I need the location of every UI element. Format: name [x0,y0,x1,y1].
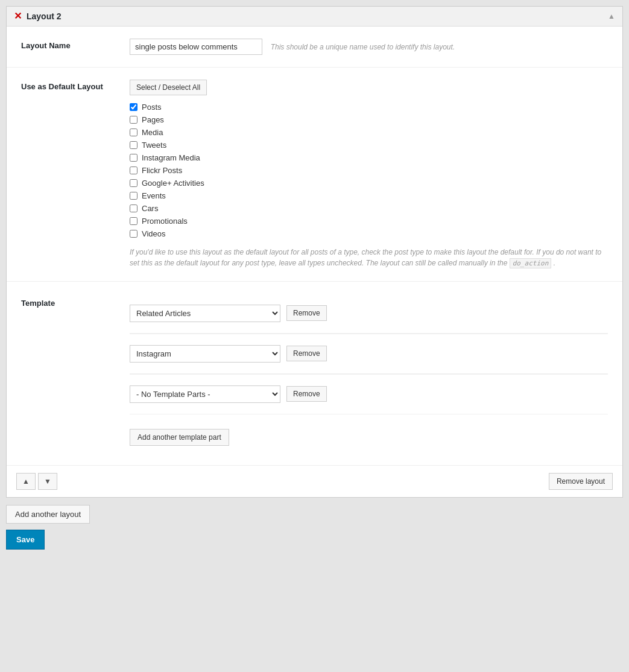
checkbox-videos-input[interactable] [130,230,137,238]
checkbox-promotionals-label: Promotionals [142,217,188,226]
layout-title-group: ✕ Layout 2 [14,11,62,21]
save-area: Save [6,530,623,550]
remove-layout-button[interactable]: Remove layout [549,473,613,490]
checkbox-tweets[interactable]: Tweets [130,141,608,150]
layout-header: ✕ Layout 2 ▲ [7,7,622,27]
template-select-3[interactable]: Related Articles Instagram - No Template… [130,385,280,403]
checkbox-posts-input[interactable] [130,103,137,111]
checkbox-flickr-posts-input[interactable] [130,166,137,174]
collapse-arrow-icon[interactable]: ▲ [608,12,615,21]
layout-panel: ✕ Layout 2 ▲ Layout Name This should be … [6,6,623,498]
arrow-up-icon: ▲ [22,477,30,486]
add-another-layout-button[interactable]: Add another layout [6,505,90,524]
checkbox-tweets-label: Tweets [142,141,166,150]
checkbox-flickr-posts-label: Flickr Posts [142,166,182,175]
template-label: Template [21,294,118,308]
template-select-2[interactable]: Related Articles Instagram - No Template… [130,345,280,363]
add-template-area: Add another template part [130,414,608,465]
footer-area: Add another layout Save [6,505,623,550]
checkbox-cars[interactable]: Cars [130,204,608,213]
layout-name-hint: This should be a unique name used to ide… [271,43,455,51]
remove-template-1-button[interactable]: Remove [286,305,327,321]
checkbox-pages-input[interactable] [130,116,137,124]
checkbox-media-input[interactable] [130,128,137,136]
page-wrapper: ✕ Layout 2 ▲ Layout Name This should be … [6,6,623,550]
checkbox-videos[interactable]: Videos [130,229,608,238]
hint-text-part2: . [554,259,555,267]
checkbox-pages-label: Pages [142,115,164,124]
checkbox-pages[interactable]: Pages [130,115,608,124]
default-layout-label: Use as Default Layout [21,80,118,91]
checkbox-posts-label: Posts [142,103,162,112]
checkbox-instagram-media-label: Instagram Media [142,153,200,162]
template-content: Related Articles Instagram - No Template… [130,294,608,465]
default-layout-section: Use as Default Layout Select / Deselect … [7,68,622,282]
checkbox-google-activities-input[interactable] [130,179,137,187]
default-layout-hint: If you'd like to use this layout as the … [130,247,608,269]
add-layout-area: Add another layout [6,505,623,524]
layout-name-label: Layout Name [21,39,118,50]
template-select-1[interactable]: Related Articles Instagram - No Template… [130,305,280,322]
remove-template-3-button[interactable]: Remove [286,386,327,402]
checkbox-events[interactable]: Events [130,191,608,200]
checkbox-instagram-media[interactable]: Instagram Media [130,153,608,162]
checkbox-group: Posts Pages Media Tweets [130,103,608,238]
checkbox-instagram-media-input[interactable] [130,154,137,162]
template-row-1: Related Articles Instagram - No Template… [130,294,608,334]
checkbox-media[interactable]: Media [130,128,608,137]
checkbox-events-input[interactable] [130,192,137,200]
arrow-group: ▲ ▼ [16,473,57,490]
checkbox-events-label: Events [142,191,166,200]
template-row-3: Related Articles Instagram - No Template… [130,375,608,414]
template-row-2: Related Articles Instagram - No Template… [130,334,608,374]
default-layout-content: Select / Deselect All Posts Pages [130,80,608,269]
template-outer-section: Template Related Articles Instagram - No… [7,282,622,466]
move-down-button[interactable]: ▼ [38,473,57,490]
add-template-part-button[interactable]: Add another template part [130,429,229,446]
layout-name-section: Layout Name This should be a unique name… [7,27,622,68]
save-button[interactable]: Save [6,530,45,550]
checkbox-posts[interactable]: Posts [130,103,608,112]
select-deselect-all-button[interactable]: Select / Deselect All [130,80,207,95]
do-action-code: do_action [510,258,552,268]
checkbox-flickr-posts[interactable]: Flickr Posts [130,166,608,175]
layout-title-text: Layout 2 [27,11,62,21]
close-icon[interactable]: ✕ [14,11,22,21]
checkbox-google-activities[interactable]: Google+ Activities [130,179,608,188]
checkbox-google-activities-label: Google+ Activities [142,179,204,188]
checkbox-media-label: Media [142,128,163,137]
checkbox-cars-input[interactable] [130,204,137,212]
move-up-button[interactable]: ▲ [16,473,36,490]
layout-name-content: This should be a unique name used to ide… [130,39,608,55]
checkbox-cars-label: Cars [142,204,158,213]
arrow-down-icon: ▼ [44,477,51,486]
checkbox-videos-label: Videos [142,229,166,238]
layout-actions: ▲ ▼ Remove layout [7,466,622,497]
layout-name-input[interactable] [130,39,262,55]
remove-template-2-button[interactable]: Remove [286,346,327,361]
checkbox-promotionals[interactable]: Promotionals [130,217,608,226]
checkbox-promotionals-input[interactable] [130,217,137,225]
checkbox-tweets-input[interactable] [130,141,137,149]
